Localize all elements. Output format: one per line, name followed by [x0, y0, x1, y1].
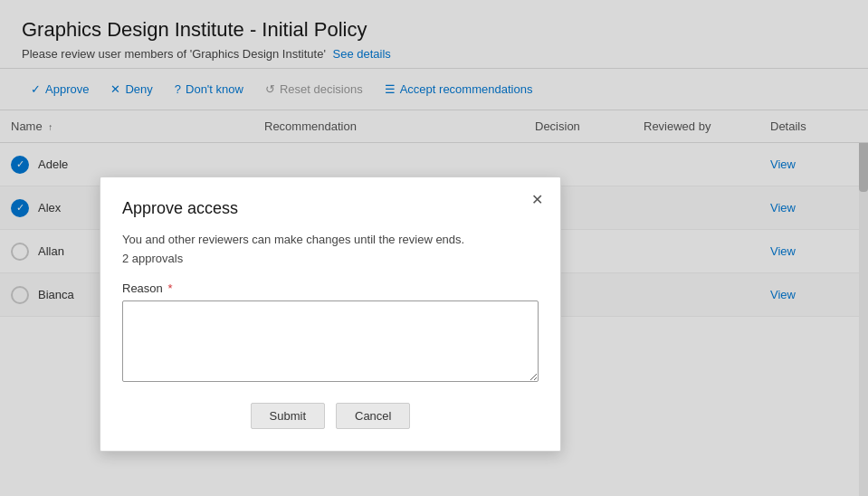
modal-title: Approve access: [122, 199, 539, 218]
cancel-button[interactable]: Cancel: [336, 403, 410, 429]
approve-access-modal: ✕ Approve access You and other reviewers…: [100, 176, 561, 452]
modal-actions: Submit Cancel: [122, 403, 539, 429]
modal-info-text: You and other reviewers can make changes…: [122, 233, 539, 246]
submit-button[interactable]: Submit: [251, 403, 325, 429]
modal-approvals-text: 2 approvals: [122, 252, 539, 265]
modal-overlay: ✕ Approve access You and other reviewers…: [0, 0, 868, 496]
reason-textarea[interactable]: [122, 300, 539, 382]
modal-reason-label: Reason *: [122, 281, 539, 295]
required-indicator: *: [167, 281, 172, 295]
modal-close-button[interactable]: ✕: [526, 188, 548, 210]
